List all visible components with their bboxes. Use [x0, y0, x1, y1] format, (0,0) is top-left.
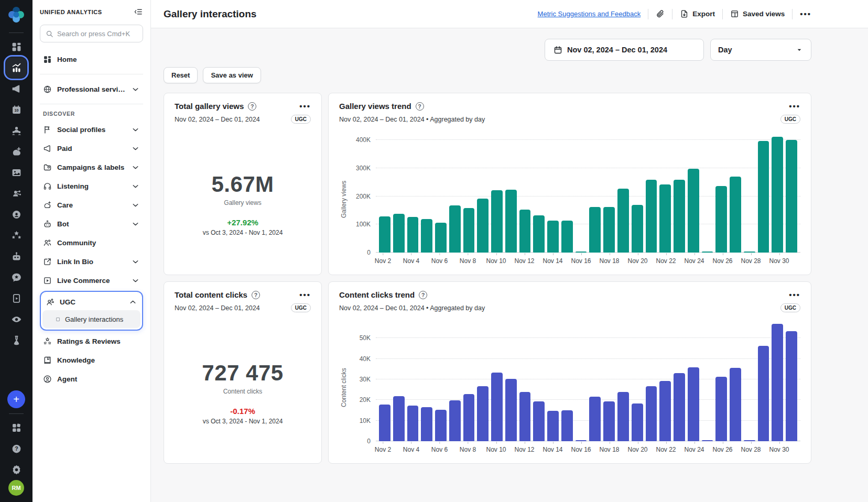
bar [449, 400, 461, 441]
help-icon[interactable] [6, 438, 27, 459]
sidebar-item-professional-services[interactable]: Professional servic... [40, 80, 143, 99]
metric-value: 5.67M [164, 172, 321, 197]
card-overflow-menu[interactable]: ••• [299, 102, 311, 111]
sidebar-item-home[interactable]: Home [40, 50, 143, 69]
sidebar-item-link-in-bio[interactable]: Link In Bio [40, 252, 143, 271]
main-content: Gallery interactions Metric Suggestions … [151, 0, 868, 502]
y-axis-label: Gallery views [339, 133, 349, 265]
care-plus-icon[interactable] [6, 141, 27, 162]
community-people-icon[interactable] [6, 120, 27, 141]
sidebar-item-live-commerce[interactable]: Live Commerce [40, 271, 143, 290]
help-question-icon[interactable]: ? [416, 102, 424, 111]
export-icon [680, 9, 689, 18]
sidebar-item-knowledge[interactable]: Knowledge [40, 351, 143, 369]
dashboard-icon[interactable] [6, 36, 27, 57]
reviews-chat-star-icon[interactable] [6, 267, 27, 288]
granularity-select[interactable]: Day [710, 39, 811, 61]
bar [646, 180, 657, 253]
collapse-sidebar-icon[interactable] [134, 7, 143, 16]
header-overflow-menu[interactable]: ••• [800, 9, 811, 18]
help-question-icon[interactable]: ? [419, 291, 427, 299]
sidebar-item-ratings-reviews[interactable]: Ratings & Reviews [40, 332, 143, 351]
globe-icon [43, 85, 52, 94]
date-range-picker[interactable]: Nov 02, 2024 – Dec 01, 2024 [545, 39, 704, 61]
search-input[interactable] [57, 30, 136, 38]
publishing-megaphone-icon[interactable] [6, 78, 27, 99]
bar [603, 401, 615, 441]
help-question-icon[interactable]: ? [248, 102, 256, 111]
bar [674, 373, 685, 442]
bar [772, 324, 783, 441]
sidebar-item-campaigns-labels[interactable]: Campaigns & labels [40, 158, 143, 177]
card-title: Content clicks trend [339, 290, 415, 299]
bar [561, 221, 573, 253]
sprout-logo-icon[interactable] [7, 5, 26, 24]
megaphone-icon [43, 144, 52, 153]
bar [407, 217, 419, 253]
bar [477, 199, 489, 253]
total-content-clicks-card: Total content clicks ? ••• Nov 02, 2024 … [164, 281, 322, 464]
sidebar-item-gallery-interactions[interactable]: Gallery interactions [42, 310, 140, 328]
live-commerce-tablet-icon[interactable] [6, 288, 27, 309]
bot-icon[interactable] [6, 246, 27, 267]
ugc-badge: UGC [291, 115, 311, 124]
chevron-down-icon [131, 220, 140, 228]
bar [463, 394, 475, 441]
labs-flask-icon[interactable] [6, 330, 27, 351]
card-overflow-menu[interactable]: ••• [299, 290, 311, 299]
rail-divider [9, 32, 24, 33]
sidebar-item-bot[interactable]: Bot [40, 214, 143, 233]
bar [589, 397, 601, 441]
export-button[interactable]: Export [680, 9, 715, 18]
bar [379, 405, 390, 441]
media-library-icon[interactable] [6, 162, 27, 183]
sidebar-item-listening[interactable]: Listening [40, 177, 143, 195]
save-as-view-button[interactable]: Save as view [203, 67, 261, 83]
ugc-badge: UGC [780, 115, 800, 124]
listening-globe-icon[interactable] [6, 204, 27, 225]
bar [715, 186, 727, 253]
sidebar-item-paid[interactable]: Paid [40, 139, 143, 158]
bar [505, 190, 517, 253]
search-box[interactable] [40, 25, 143, 42]
bar [449, 205, 461, 253]
bar [561, 410, 573, 441]
user-avatar[interactable]: RM [8, 480, 24, 496]
delta-percent: -0.17% [164, 407, 321, 416]
influencer-network-icon[interactable] [6, 183, 27, 204]
sidebar-item-care[interactable]: Care [40, 195, 143, 214]
reset-button[interactable]: Reset [164, 67, 198, 83]
copy-link-button[interactable] [656, 9, 665, 18]
ratings-stars-icon[interactable] [6, 225, 27, 246]
ugc-badge: UGC [780, 303, 800, 312]
create-plus-button[interactable]: + [7, 390, 25, 408]
card-date-range: Nov 02, 2024 – Dec 01, 2024 [175, 116, 260, 123]
settings-gear-icon[interactable] [6, 459, 27, 480]
bar [730, 368, 741, 441]
bar [533, 215, 545, 253]
caret-down-icon [795, 46, 804, 54]
y-axis-label: Content clicks [339, 322, 349, 454]
metric-suggestions-link[interactable]: Metric Suggestions and Feedback [538, 10, 641, 18]
sidebar-item-ugc[interactable]: UGC [42, 293, 140, 310]
saved-views-button[interactable]: Saved views [730, 9, 785, 18]
y-axis-ticks: 010K20K30K40K50K [349, 322, 376, 441]
calendar-icon[interactable]: 10 [6, 99, 27, 120]
sidebar-item-agent[interactable]: Agent [40, 369, 143, 388]
bar [758, 346, 769, 441]
sidebar-item-community[interactable]: Community [40, 233, 143, 252]
bar [617, 392, 629, 441]
apps-grid-icon[interactable] [6, 417, 27, 438]
sidebar-item-social-profiles[interactable]: Social profiles [40, 120, 143, 139]
analytics-icon[interactable] [6, 57, 27, 78]
card-overflow-menu[interactable]: ••• [789, 290, 800, 299]
content-clicks-trend-card: Content clicks trend ? ••• Nov 02, 2024 … [328, 281, 811, 464]
calendar-icon [554, 46, 562, 54]
headphones-icon [43, 182, 52, 191]
chevron-down-icon [131, 144, 140, 153]
divider [40, 74, 143, 74]
bar [491, 190, 503, 253]
help-question-icon[interactable]: ? [252, 291, 260, 299]
card-overflow-menu[interactable]: ••• [789, 102, 800, 111]
monitoring-eye-icon[interactable] [6, 309, 27, 330]
